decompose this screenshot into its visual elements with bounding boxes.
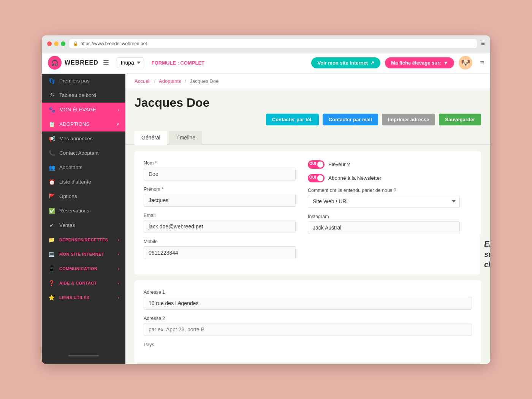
newsletter-toggle[interactable]: OUI <box>308 174 325 182</box>
adresse2-label: Adresse 2 <box>144 316 472 321</box>
action-bar: Contacter par tél. Contacter par mail Im… <box>125 114 490 131</box>
adresse1-group: Adresse 1 <box>144 290 472 310</box>
form-section: Nom * Prénom * Email Mobile <box>135 151 481 274</box>
page-header: Jacques Doe <box>125 89 490 114</box>
sidebar-label: Tableau de bord <box>59 92 96 98</box>
external-link-icon: ↗ <box>370 60 374 66</box>
sidebar-item-premiers-pas[interactable]: 👣 Premiers pas <box>42 74 125 88</box>
breadcrumb-current: Jacques Doe <box>190 78 219 84</box>
browser-dots <box>47 41 65 46</box>
tab-general[interactable]: Général <box>135 131 167 145</box>
form-left-col: Nom * Prénom * Email Mobile <box>144 160 296 265</box>
fiche-elevage-button[interactable]: Ma fiche élevage sur: ▼ <box>385 57 454 68</box>
dot-yellow[interactable] <box>54 41 59 46</box>
breadcrumb-accueil[interactable]: Accueil <box>135 78 150 84</box>
address-bar[interactable]: 🔒 https://www.breeder.webreed.pet <box>69 39 477 48</box>
sidebar-item-contact-adoptant[interactable]: 📞 Contact Adoptant <box>42 146 125 160</box>
adresse1-label: Adresse 1 <box>144 290 472 295</box>
sidebar-scrollbar <box>68 355 99 356</box>
imprimer-button[interactable]: Imprimer adresse <box>382 114 435 125</box>
adresse2-input[interactable] <box>144 323 472 336</box>
sidebar-label: DÉPENSES/RECETTES <box>59 238 108 242</box>
premiers-pas-icon: 👣 <box>48 78 55 84</box>
email-group: Email <box>144 213 296 233</box>
toggle-oui-label2: OUI <box>309 175 316 179</box>
hamburger-icon[interactable]: ☰ <box>103 59 109 67</box>
toggle-knob2 <box>317 175 323 181</box>
sidebar-item-liste-attente[interactable]: ⏰ Liste d'attente <box>42 175 125 189</box>
dot-red[interactable] <box>47 41 52 46</box>
pays-label: Pays <box>144 342 472 347</box>
chevron-icon: ‹ <box>118 238 119 242</box>
email-label: Email <box>144 213 296 218</box>
adresse2-group: Adresse 2 <box>144 316 472 336</box>
sidebar-item-ventes[interactable]: ✔ Ventes <box>42 218 125 233</box>
logo-area: 🎧 WEBREED ☰ <box>48 56 109 70</box>
browser-chrome: 🔒 https://www.breeder.webreed.pet ≡ <box>42 35 490 52</box>
chevron-down-icon: ∨ <box>116 122 119 127</box>
form-right-col: OUI Eleveur ? OUI <box>308 160 460 265</box>
contact-mail-button[interactable]: Contacter par mail <box>323 114 378 125</box>
nom-label: Nom * <box>144 160 296 166</box>
heard-select[interactable]: Site Web / URL Réseaux sociaux Bouche à … <box>308 195 460 208</box>
sidebar-label: Premiers pas <box>59 78 90 84</box>
liens-icon: ⭐ <box>48 294 55 301</box>
sidebar-label: MON SITE INTERNET <box>59 252 104 256</box>
dot-green[interactable] <box>61 41 65 46</box>
sidebar-item-mon-elevage[interactable]: 🐾 MON ÉLEVAGE ‹ <box>42 103 125 117</box>
sidebar-item-depenses[interactable]: 📁 DÉPENSES/RECETTES ‹ <box>42 233 125 247</box>
headphone-icon: 🎧 <box>51 59 59 66</box>
sidebar-item-liens-utiles[interactable]: ⭐ LIENS UTILES ‹ <box>42 290 125 305</box>
breeder-select[interactable]: Inupa <box>117 57 144 68</box>
sidebar-item-mes-annonces[interactable]: 📢 Mes annonces <box>42 131 125 146</box>
toggle-knob <box>317 162 323 168</box>
prenom-input[interactable] <box>144 194 296 207</box>
sidebar-label: Contact Adoptant <box>59 150 99 156</box>
email-input[interactable] <box>144 220 296 233</box>
pays-group: Pays <box>144 342 472 347</box>
sidebar-label: Adoptants <box>59 165 82 170</box>
mobile-input[interactable] <box>144 246 296 259</box>
tab-timeline[interactable]: Timeline <box>169 131 202 145</box>
prenom-group: Prénom * <box>144 187 296 207</box>
sidebar-item-adoptants[interactable]: 👥 Adoptants <box>42 160 125 175</box>
sidebar-item-tableau-de-bord[interactable]: ⏱ Tableau de bord <box>42 88 125 103</box>
avatar[interactable]: 🐶 <box>459 56 472 70</box>
formule-badge: FORMULE : COMPLET <box>152 60 204 66</box>
site-icon: 💻 <box>48 251 55 257</box>
options-icon: 🚩 <box>48 193 55 200</box>
depenses-icon: 📁 <box>48 237 55 243</box>
sidebar-item-mon-site[interactable]: 💻 MON SITE INTERNET ‹ <box>42 247 125 261</box>
breadcrumb-adoptants[interactable]: Adoptants <box>159 78 181 84</box>
nav-menu-icon[interactable]: ≡ <box>480 59 484 67</box>
sidebar-item-reservations[interactable]: ✅ Réservations <box>42 204 125 218</box>
adresse1-input[interactable] <box>144 297 472 310</box>
sidebar-label: Réservations <box>59 208 89 214</box>
voir-site-button[interactable]: Voir mon site internet ↗ <box>311 57 380 68</box>
toggle-track: OUI <box>308 160 325 169</box>
sidebar-label: MON ÉLEVAGE <box>59 107 96 112</box>
breadcrumb-sep2: / <box>185 78 186 84</box>
sauvegarder-button[interactable]: Sauvegarder <box>439 114 481 125</box>
chevron-icon: ‹ <box>118 252 119 256</box>
lock-icon: 🔒 <box>73 41 78 46</box>
adoptions-icon: 📋 <box>48 121 55 127</box>
logo-icon: 🎧 <box>48 56 62 70</box>
sidebar-item-communication[interactable]: 📱 COMMUNICATION ‹ <box>42 261 125 276</box>
mobile-group: Mobile <box>144 239 296 259</box>
toggle-track2: OUI <box>308 174 325 182</box>
adoptants-icon: 👥 <box>48 165 55 171</box>
sidebar-label: ADOPTIONS <box>59 121 90 127</box>
eleveur-toggle[interactable]: OUI <box>308 160 325 169</box>
contact-tel-button[interactable]: Contacter par tél. <box>266 114 319 125</box>
sidebar-item-aide[interactable]: ❓ AIDE & CONTACT ‹ <box>42 276 125 290</box>
sidebar-item-options[interactable]: 🚩 Options <box>42 189 125 204</box>
sidebar-item-adoptions[interactable]: 📋 ADOPTIONS ∨ <box>42 117 125 131</box>
nom-input[interactable] <box>144 168 296 180</box>
contact-icon: 📞 <box>48 150 55 156</box>
newsletter-label: Abonné à la Newsletter <box>328 175 382 181</box>
sidebar-label: Mes annonces <box>59 136 93 141</box>
instagram-input[interactable] <box>308 221 460 234</box>
top-nav: 🎧 WEBREED ☰ Inupa FORMULE : COMPLET Voir… <box>42 52 490 74</box>
browser-menu-icon[interactable]: ≡ <box>481 40 485 48</box>
